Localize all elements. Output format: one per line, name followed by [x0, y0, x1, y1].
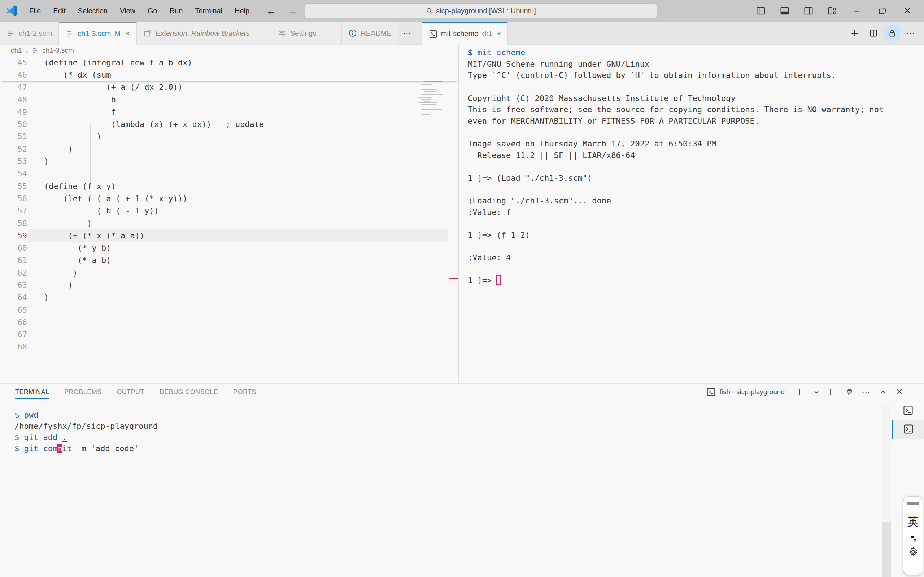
window-restore-button[interactable]	[872, 0, 892, 22]
code-row[interactable]: 59 (+ (* x (* a a))	[0, 229, 459, 242]
maximize-panel-chevron-icon[interactable]	[876, 385, 890, 399]
prompt: $	[15, 410, 19, 419]
new-file-icon[interactable]	[847, 25, 863, 41]
tab-extension-rainbow-brackets[interactable]: Extension: Rainbow Brackets	[137, 22, 271, 45]
panel-tab-debug-console[interactable]: DEBUG CONSOLE	[160, 384, 218, 400]
code-row[interactable]: 58 )	[0, 217, 459, 229]
tab-ch1-3[interactable]: ch1-3.scm M ×	[59, 22, 137, 45]
window-minimize-button[interactable]: –	[847, 0, 867, 22]
code-row[interactable]: 50 (lambda (x) (+ x dx)) ; update	[0, 118, 459, 130]
scheme-terminal-editor[interactable]: $ mit-scheme MIT/GNU Scheme running unde…	[459, 45, 924, 384]
breadcrumb-folder[interactable]: ch1	[11, 47, 22, 55]
code-row[interactable]: 64 )	[0, 292, 459, 304]
scheme-line: even for MERCHANTABILITY or FITNESS FOR …	[459, 115, 924, 127]
menu-go[interactable]: Go	[142, 0, 163, 22]
customize-layout-icon[interactable]	[823, 0, 842, 22]
code-row[interactable]: 67	[0, 329, 459, 341]
menu-run[interactable]: Run	[163, 0, 189, 22]
tab-close-icon[interactable]: ×	[126, 29, 130, 38]
code-line: )	[27, 219, 92, 228]
split-editor-icon[interactable]	[866, 25, 881, 41]
toggle-sidebar-icon[interactable]	[751, 0, 770, 22]
sticky-row[interactable]: 45 (define (integral-new f a b dx)	[0, 56, 459, 69]
code-row[interactable]: 61 (* a b)	[0, 254, 459, 266]
code-row[interactable]: 47 (+ a (/ dx 2.0))	[0, 81, 459, 93]
ime-punctuation-toggle[interactable]: •,	[911, 532, 916, 543]
tab-mit-scheme[interactable]: mit-scheme ch1 ×	[422, 22, 508, 45]
line-number: 52	[0, 145, 27, 154]
code-row[interactable]: 56 (let ( ( a ( + 1 (* x y)))	[0, 192, 459, 205]
menu-help[interactable]: Help	[228, 0, 255, 22]
sticky-row[interactable]: 46 (* dx (sum	[0, 69, 459, 81]
panel-more-actions-icon[interactable]: ⋯	[859, 385, 874, 399]
split-terminal-icon[interactable]	[826, 385, 840, 399]
code-editor[interactable]: ch1 › ch1-3.scm 45 (define (integral-new…	[0, 45, 459, 384]
terminal-scrollbar-thumb[interactable]	[882, 522, 891, 577]
code-line: (+ (* x (* a a))	[27, 231, 144, 240]
modified-badge: M	[115, 29, 121, 38]
code-row[interactable]: 66	[0, 316, 459, 328]
terminal-line: $ pwd	[15, 409, 158, 421]
file-icon	[31, 47, 39, 54]
panel-tab-problems[interactable]: PROBLEMS	[64, 384, 102, 400]
terminal-line: /home/fyshx/fp/sicp-playground	[15, 421, 158, 432]
code-row[interactable]: 55 (define (f x y)	[0, 180, 459, 192]
panel-tab-ports[interactable]: PORTS	[233, 384, 256, 400]
nav-back-icon[interactable]: ←	[267, 5, 276, 16]
tab-label: Settings	[290, 29, 316, 37]
terminal-list-item-selected[interactable]	[892, 420, 924, 438]
code-line: )	[27, 145, 73, 154]
toggle-panel-icon[interactable]	[775, 0, 794, 22]
terminal-line: $ git add .	[15, 432, 158, 443]
tab-settings[interactable]: Settings	[271, 22, 342, 45]
menu-view[interactable]: View	[114, 0, 142, 22]
code-row[interactable]: 62 )	[0, 266, 459, 279]
command: pwd	[24, 410, 39, 419]
code-row[interactable]: 53 )	[0, 155, 459, 167]
line-number: 56	[0, 194, 27, 203]
code-line: b	[27, 95, 116, 104]
code-row[interactable]: 57 ( b ( - 1 y))	[0, 205, 459, 217]
code-row[interactable]: 63 )	[0, 279, 459, 291]
window-close-button[interactable]: ✕	[897, 0, 918, 22]
code-row[interactable]: 54	[0, 168, 459, 180]
code-row[interactable]: 65	[0, 304, 459, 316]
lock-icon[interactable]	[884, 25, 900, 41]
close-panel-icon[interactable]: ✕	[892, 385, 907, 399]
tab-close-icon[interactable]: ×	[497, 29, 501, 38]
code-row[interactable]: 49 f	[0, 106, 459, 118]
terminal-dropdown-chevron-icon[interactable]	[809, 385, 824, 399]
ime-settings-gear-icon[interactable]	[908, 546, 919, 559]
breadcrumb-file[interactable]: ch1-3.scm	[42, 47, 74, 55]
command-center-search[interactable]: sicp-playground [WSL: Ubuntu]	[305, 3, 657, 18]
terminal-content[interactable]: $ pwd /home/fyshx/fp/sicp-playground $ g…	[15, 409, 158, 454]
shell-name: fish - sicp-playground	[719, 388, 785, 396]
code-row[interactable]: 52 )	[0, 143, 459, 155]
kill-terminal-trash-icon[interactable]	[842, 385, 857, 399]
code-row[interactable]: 48 b	[0, 93, 459, 106]
new-terminal-icon[interactable]	[793, 385, 807, 399]
terminal-list-item[interactable]	[892, 401, 924, 420]
active-terminal-label[interactable]: fish - sicp-playground	[706, 387, 785, 397]
panel-tab-terminal[interactable]: TERMINAL	[15, 384, 49, 400]
menu-file[interactable]: File	[23, 0, 47, 22]
ime-language-toggle[interactable]: 英	[908, 514, 919, 529]
tab-readme[interactable]: README	[342, 22, 398, 45]
code-row[interactable]: 51 )	[0, 131, 459, 143]
tab-overflow-button[interactable]: ⋯	[398, 22, 417, 44]
ime-minimize-button[interactable]	[907, 501, 919, 505]
line-number: 58	[0, 219, 27, 228]
menu-selection[interactable]: Selection	[72, 0, 114, 22]
nav-forward-icon[interactable]: →	[288, 5, 297, 16]
toggle-secondary-sidebar-icon[interactable]	[799, 0, 818, 22]
tab-ch1-2[interactable]: ch1-2.scm	[0, 22, 59, 45]
code-row[interactable]: 60 (* y b)	[0, 242, 459, 254]
scheme-line: $ mit-scheme	[459, 47, 924, 58]
code-line: )	[27, 280, 73, 290]
code-row[interactable]: 68	[0, 341, 459, 353]
more-actions-icon[interactable]: ⋯	[903, 25, 919, 41]
overview-ruler[interactable]	[915, 45, 915, 384]
menu-terminal[interactable]: Terminal	[189, 0, 228, 22]
panel-tab-output[interactable]: OUTPUT	[116, 384, 144, 400]
menu-edit[interactable]: Edit	[47, 0, 71, 22]
